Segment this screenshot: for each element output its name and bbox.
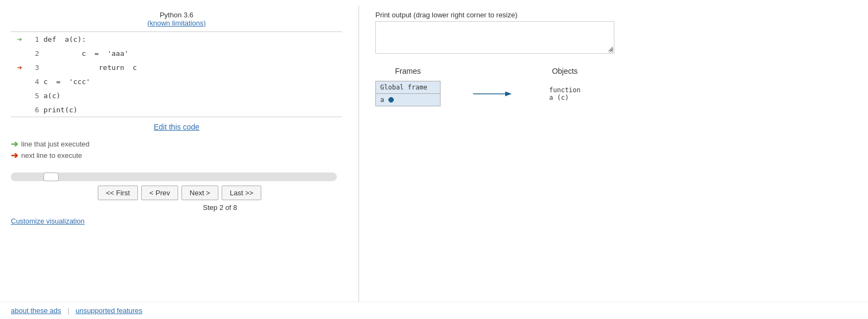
object-function-label: function [549, 86, 581, 94]
line-number-2: 2 [26, 49, 39, 58]
arrow-line-3: ➔ [13, 62, 26, 73]
legend-red: ➔ next line to execute [11, 150, 342, 161]
code-header: Python 3.6 (known limitations) [11, 11, 342, 27]
objects-header: Objects [552, 67, 577, 75]
code-line-3: ➔ 3 return c [11, 60, 342, 74]
frame-variable-row: a [376, 94, 440, 106]
print-output-box[interactable]: ◢ [375, 21, 614, 54]
code-text-2: c = 'aaa' [43, 49, 129, 58]
frame-dot-icon [388, 97, 394, 103]
global-frame-title: Global frame [376, 81, 440, 94]
line-number-4: 4 [26, 78, 39, 86]
known-limitations-link[interactable]: (known limitations) [147, 19, 206, 27]
slider-thumb[interactable] [43, 173, 59, 181]
line-number-3: 3 [26, 63, 39, 72]
footer: about these ads | unsupported features [0, 302, 868, 319]
frames-objects-area: Frames Global frame a [375, 67, 857, 106]
legend-green-label: line that just executed [21, 140, 90, 148]
line-number-5: 5 [26, 92, 39, 100]
code-line-2: 2 c = 'aaa' [11, 46, 342, 60]
frames-header: Frames [395, 67, 420, 75]
footer-separator: | [67, 307, 69, 315]
code-line-4: 4 c = 'ccc' [11, 74, 342, 88]
edit-link-container: Edit this code [11, 123, 342, 131]
print-output-label: Print output (drag lower right corner to… [375, 11, 857, 19]
legend-red-arrow-icon: ➔ [11, 150, 18, 161]
legend: ➔ line that just executed ➔ next line to… [11, 139, 342, 162]
object-function-box: function a (c) [549, 86, 581, 101]
frame-variable-a: a [380, 96, 384, 104]
line-number-1: 1 [26, 35, 39, 43]
unsupported-features-link[interactable]: unsupported features [76, 307, 142, 315]
frames-column: Frames Global frame a [375, 67, 441, 106]
code-line-6: 6 print(c) [11, 103, 342, 117]
python-version-label: Python 3.6 [160, 11, 193, 19]
code-text-3: return c [43, 63, 137, 72]
arrow-svg-container [473, 86, 517, 104]
code-table: ➔ 1 def a(c): 2 c = 'aaa' ➔ 3 return c [11, 31, 342, 117]
customize-link-container: Customize visualization [11, 217, 342, 225]
line-number-6: 6 [26, 106, 39, 114]
code-text-1: def a(c): [43, 35, 86, 43]
global-frame-box: Global frame a [375, 81, 441, 106]
nav-buttons: << First < Prev Next > Last >> [11, 186, 342, 200]
legend-green-arrow-icon: ➔ [11, 139, 18, 149]
slider-container[interactable] [11, 173, 342, 181]
code-line-5: 5 a(c) [11, 88, 342, 103]
code-text-5: a(c) [43, 92, 60, 100]
objects-column: Objects function a (c) [549, 67, 581, 101]
step-label: Step 2 of 8 [11, 203, 342, 212]
connection-arrow-svg [473, 86, 517, 102]
code-line-1: ➔ 1 def a(c): [11, 32, 342, 46]
prev-button[interactable]: < Prev [141, 186, 178, 200]
next-button[interactable]: Next > [181, 186, 218, 200]
last-button[interactable]: Last >> [222, 186, 261, 200]
slider-track[interactable] [11, 173, 337, 181]
object-function-name: a (c) [549, 94, 569, 101]
code-text-6: print(c) [43, 106, 78, 114]
vertical-divider [358, 5, 359, 314]
arrow-line-1: ➔ [13, 34, 26, 44]
edit-code-link[interactable]: Edit this code [154, 123, 199, 131]
legend-green: ➔ line that just executed [11, 139, 342, 149]
legend-red-label: next line to execute [21, 151, 82, 160]
customize-visualization-link[interactable]: Customize visualization [11, 217, 85, 225]
first-button[interactable]: << First [98, 186, 138, 200]
code-text-4: c = 'ccc' [43, 78, 90, 86]
green-arrow-icon: ➔ [17, 34, 22, 44]
resize-handle-icon: ◢ [608, 44, 613, 52]
about-ads-link[interactable]: about these ads [11, 307, 61, 315]
red-arrow-icon: ➔ [17, 62, 22, 73]
